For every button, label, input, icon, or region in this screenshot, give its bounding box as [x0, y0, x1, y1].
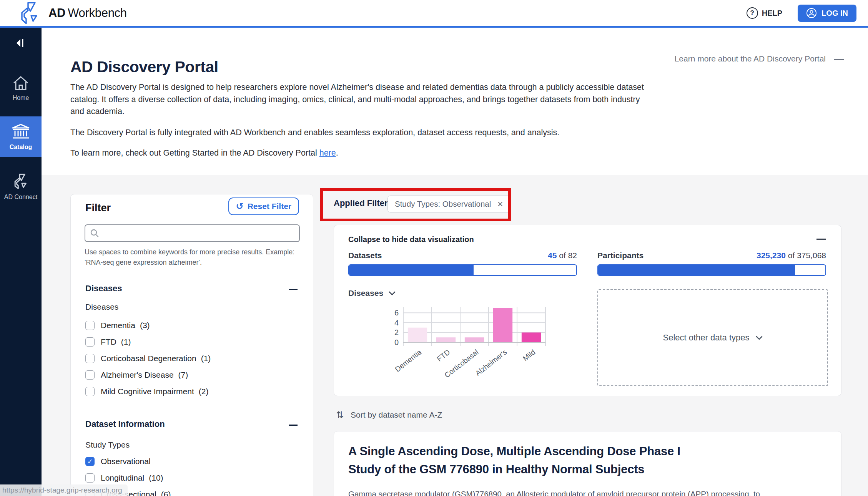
dataset-title[interactable]: A Single Ascending Dose, Multiple Ascend… — [348, 442, 680, 478]
diseases-chart-dropdown[interactable]: Diseases — [348, 289, 396, 298]
addi-logo-icon — [18, 1, 42, 25]
filter-checkbox-observational[interactable]: Observational — [85, 457, 155, 466]
header-actions: ? HELP LOG IN — [747, 5, 868, 22]
datasets-progress-fill — [349, 265, 474, 275]
filter-title: Filter — [85, 202, 111, 214]
filter-checkbox-ftd[interactable]: FTD (1) — [85, 337, 131, 347]
question-icon: ? — [747, 7, 758, 19]
datasets-metric-value: 45 of 82 — [462, 251, 577, 260]
diseases-bar-chart: 0246DementiaFTDCorticobasalAlzheimer'sMi… — [376, 304, 557, 381]
filter-checkbox-alzheimers[interactable]: Alzheimer's Disease (7) — [85, 370, 188, 380]
filter-search-input[interactable] — [103, 229, 294, 238]
study-types-group-label: Study Types — [85, 440, 130, 450]
intro-paragraph-1: The AD Discovery Portal is designed to h… — [70, 81, 649, 118]
diseases-group-label: Diseases — [85, 302, 118, 312]
intro-paragraph-2: The Discovery Portal is fully integrated… — [70, 127, 649, 139]
filter-search-box — [85, 224, 300, 242]
filter-checkbox-corticobasal[interactable]: Corticobasal Degeneration (1) — [85, 354, 211, 363]
checkbox[interactable] — [85, 387, 95, 396]
filter-checkbox-dementia[interactable]: Dementia (3) — [85, 321, 150, 330]
checkbox[interactable] — [85, 321, 95, 330]
learn-more-link[interactable]: Learn more about the AD Discovery Portal — [675, 54, 826, 63]
svg-text:4: 4 — [394, 319, 399, 327]
bank-icon — [11, 123, 30, 140]
data-visualization-panel: Collapse to hide data visualization Data… — [334, 225, 841, 396]
here-link[interactable]: here — [319, 148, 336, 158]
ad-workbench-app: ADWorkbench ? HELP LOG IN — [0, 0, 868, 496]
diseases-collapse-icon[interactable] — [289, 289, 298, 290]
dataset-info-collapse-icon[interactable] — [289, 425, 298, 426]
sidebar-item-catalog[interactable]: Catalog — [0, 116, 42, 157]
brand-bold: AD — [48, 6, 65, 20]
datasets-metric-label: Datasets — [348, 251, 382, 260]
viz-collapse-label: Collapse to hide data visualization — [348, 235, 474, 244]
svg-text:Alzheimer's: Alzheimer's — [474, 348, 509, 378]
svg-text:Mild: Mild — [521, 348, 537, 363]
svg-text:6: 6 — [394, 309, 399, 317]
participants-metric-value: 325,230 of 375,068 — [711, 251, 826, 260]
chip-text: Study Types: Observational — [395, 199, 491, 209]
dataset-card[interactable]: A Single Ascending Dose, Multiple Ascend… — [334, 431, 841, 496]
checkbox[interactable] — [85, 370, 95, 380]
participants-metric-label: Participants — [597, 251, 644, 260]
intro-section: AD Discovery Portal Learn more about the… — [42, 28, 868, 175]
sort-control[interactable]: ⇅ Sort by dataset name A-Z — [336, 410, 442, 420]
sidebar-item-ad-connect[interactable]: AD Connect — [0, 166, 42, 207]
checkbox[interactable] — [85, 354, 95, 363]
svg-text:FTD: FTD — [435, 348, 451, 363]
dataset-snippet: Gamma secretase modulator (GSM)776890, a… — [348, 488, 825, 496]
brand-rest: Workbench — [68, 6, 127, 20]
p3-prefix: To learn more, check out Getting Started… — [70, 148, 319, 158]
home-icon — [12, 75, 30, 91]
reset-filter-button[interactable]: ↺ Reset Filter — [228, 197, 299, 215]
intro-paragraph-3: To learn more, check out Getting Started… — [70, 147, 649, 159]
page-title: AD Discovery Portal — [70, 58, 218, 76]
filter-checkbox-longitudinal[interactable]: Longitudinal (10) — [85, 473, 163, 483]
chip-close-icon[interactable]: ✕ — [497, 200, 503, 209]
sidebar: Home Catalog AD C — [0, 28, 42, 496]
help-label: HELP — [762, 9, 782, 18]
sidebar-item-label: AD Connect — [3, 193, 38, 201]
diseases-section-title: Diseases — [85, 284, 122, 294]
top-header: ADWorkbench ? HELP LOG IN — [0, 0, 868, 28]
checkbox[interactable] — [85, 457, 95, 466]
dataset-info-section-title: Dataset Information — [85, 419, 165, 429]
filter-checkbox-mci[interactable]: Mild Cognitive Impairment (2) — [85, 387, 208, 396]
svg-text:2: 2 — [394, 328, 399, 337]
search-icon — [90, 229, 99, 238]
checkbox[interactable] — [85, 337, 95, 347]
p3-suffix: . — [336, 148, 338, 158]
datasets-progress-bar — [348, 264, 577, 276]
brand-title: ADWorkbench — [48, 6, 127, 20]
viz-collapse-icon[interactable] — [816, 239, 826, 240]
applied-filters-label: Applied Filters: — [334, 198, 395, 208]
collapse-arrow-icon — [15, 38, 27, 48]
chevron-down-icon — [756, 336, 763, 340]
status-url-tooltip: https://hybrid-stage.grip-research.org — [0, 484, 128, 496]
sidebar-item-label: Home — [13, 94, 29, 102]
sort-label: Sort by dataset name A-Z — [351, 410, 442, 420]
chevron-down-icon — [389, 291, 396, 295]
participants-progress-fill — [598, 265, 795, 275]
checkbox[interactable] — [85, 473, 95, 483]
sidebar-item-home[interactable]: Home — [0, 68, 42, 108]
reset-filter-label: Reset Filter — [248, 202, 291, 211]
user-icon — [806, 8, 817, 18]
sidebar-item-label: Catalog — [10, 143, 32, 151]
sidebar-collapse-button[interactable] — [15, 35, 27, 51]
select-other-data-types[interactable]: Select other data types — [597, 289, 828, 386]
filter-help-text: Use spaces to combine keywords for more … — [85, 247, 302, 268]
sort-arrows-icon: ⇅ — [336, 410, 344, 420]
help-button[interactable]: ? HELP — [747, 7, 782, 19]
brand[interactable]: ADWorkbench — [0, 1, 127, 25]
participants-progress-bar — [597, 264, 826, 276]
login-label: LOG IN — [821, 9, 848, 18]
filter-panel: Filter ↺ Reset Filter Use spaces to comb… — [70, 194, 313, 496]
svg-text:Dementia: Dementia — [393, 348, 423, 373]
svg-text:0: 0 — [394, 338, 399, 347]
login-button[interactable]: LOG IN — [798, 5, 856, 22]
undo-icon: ↺ — [236, 202, 244, 211]
learn-more-collapse-icon[interactable] — [834, 59, 844, 60]
addi-mark-icon — [12, 173, 30, 190]
applied-filter-chip[interactable]: Study Types: Observational ✕ — [387, 196, 510, 212]
